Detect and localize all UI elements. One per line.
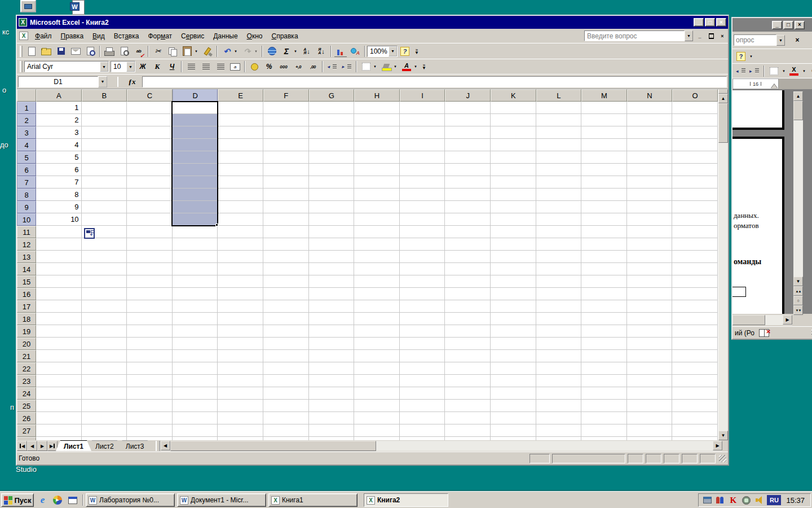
desktop-quicklaunch-icon[interactable] xyxy=(66,494,79,506)
cell-B15[interactable] xyxy=(82,275,127,288)
column-header-D[interactable]: D xyxy=(173,89,218,102)
cell-B16[interactable] xyxy=(82,288,127,300)
scroll-down-icon[interactable]: ▼ xyxy=(718,431,728,440)
task-button-Книга2[interactable]: XКнига2 xyxy=(364,493,448,507)
cell-F2[interactable] xyxy=(263,114,309,126)
row-header-25[interactable]: 25 xyxy=(17,400,36,412)
cell-B9[interactable] xyxy=(82,201,127,213)
cell-C11[interactable] xyxy=(127,226,173,238)
cell-G14[interactable] xyxy=(309,263,355,275)
cell-F18[interactable] xyxy=(263,313,309,325)
insert-function-icon[interactable]: ƒx xyxy=(125,77,139,86)
cell-D27[interactable] xyxy=(173,424,218,437)
cell-L7[interactable] xyxy=(536,176,582,189)
cell-H26[interactable] xyxy=(354,412,400,424)
cell-J18[interactable] xyxy=(445,313,491,325)
cell-E22[interactable] xyxy=(218,362,263,375)
cell-I3[interactable] xyxy=(400,126,445,139)
cell-F24[interactable] xyxy=(263,387,309,400)
cell-G19[interactable] xyxy=(309,325,355,338)
cell-E21[interactable] xyxy=(218,350,263,362)
cell-D23[interactable] xyxy=(173,375,218,387)
paste-button[interactable]: ▼ xyxy=(180,45,200,58)
cell-H28[interactable] xyxy=(354,437,400,440)
cell-D14[interactable] xyxy=(173,263,218,275)
cell-L17[interactable] xyxy=(536,300,582,313)
row-header-10[interactable]: 10 xyxy=(17,213,36,226)
spelling-button[interactable]: ab xyxy=(131,45,146,58)
cell-I28[interactable] xyxy=(400,437,445,440)
cell-N21[interactable] xyxy=(627,350,673,362)
cell-G3[interactable] xyxy=(309,126,355,139)
cell-F7[interactable] xyxy=(263,176,309,189)
cell-O7[interactable] xyxy=(672,176,718,189)
row-header-12[interactable]: 12 xyxy=(17,238,36,251)
cell-H2[interactable] xyxy=(354,114,400,126)
cell-J23[interactable] xyxy=(445,375,491,387)
cell-L22[interactable] xyxy=(536,362,582,375)
cell-K15[interactable] xyxy=(491,275,536,288)
cell-J2[interactable] xyxy=(445,114,491,126)
cell-D10[interactable] xyxy=(173,213,218,226)
cell-J5[interactable] xyxy=(445,151,491,164)
cell-G20[interactable] xyxy=(309,338,355,350)
cell-E18[interactable] xyxy=(218,313,263,325)
row-header-21[interactable]: 21 xyxy=(17,350,36,362)
cell-G7[interactable] xyxy=(309,176,355,189)
minimize-workbook-button[interactable]: _ xyxy=(695,32,704,40)
cell-O14[interactable] xyxy=(672,263,718,275)
cell-H8[interactable] xyxy=(354,189,400,201)
cell-A22[interactable] xyxy=(36,362,82,375)
cell-B27[interactable] xyxy=(82,424,127,437)
cell-O20[interactable] xyxy=(672,338,718,350)
cell-E3[interactable] xyxy=(218,126,263,139)
cell-A23[interactable] xyxy=(36,375,82,387)
cell-J14[interactable] xyxy=(445,263,491,275)
row-header-24[interactable]: 24 xyxy=(17,387,36,400)
column-header-M[interactable]: M xyxy=(581,89,627,102)
cell-K26[interactable] xyxy=(491,412,536,424)
cell-H19[interactable] xyxy=(354,325,400,338)
cell-N9[interactable] xyxy=(627,201,673,213)
cell-M6[interactable] xyxy=(581,164,627,176)
cell-D3[interactable] xyxy=(173,126,218,139)
cell-G26[interactable] xyxy=(309,412,355,424)
sheet-tab-Лист1[interactable]: Лист1 xyxy=(56,440,91,451)
cell-J7[interactable] xyxy=(445,176,491,189)
first-sheet-button[interactable]: ◀ xyxy=(17,441,27,451)
cell-N4[interactable] xyxy=(627,139,673,151)
cell-E17[interactable] xyxy=(218,300,263,313)
cell-F19[interactable] xyxy=(263,325,309,338)
cell-H5[interactable] xyxy=(354,151,400,164)
cell-C19[interactable] xyxy=(127,325,173,338)
cell-M5[interactable] xyxy=(581,151,627,164)
cell-I17[interactable] xyxy=(400,300,445,313)
cell-B25[interactable] xyxy=(82,400,127,412)
cell-L8[interactable] xyxy=(536,189,582,201)
mail-button[interactable] xyxy=(68,45,83,58)
cell-I24[interactable] xyxy=(400,387,445,400)
cell-B21[interactable] xyxy=(82,350,127,362)
cell-H25[interactable] xyxy=(354,400,400,412)
cell-N1[interactable] xyxy=(627,102,673,114)
column-header-C[interactable]: C xyxy=(127,89,173,102)
cell-K22[interactable] xyxy=(491,362,536,375)
cell-G11[interactable] xyxy=(309,226,355,238)
scrollbar-thumb[interactable] xyxy=(170,441,376,451)
sheet-tab-Лист2[interactable]: Лист2 xyxy=(87,440,122,451)
cell-N17[interactable] xyxy=(627,300,673,313)
redo-dropdown[interactable]: ▼ xyxy=(253,50,259,53)
borders-dropdown[interactable]: ▼ xyxy=(781,69,787,73)
borders-icon[interactable] xyxy=(767,65,780,77)
cell-N20[interactable] xyxy=(627,338,673,350)
cell-G5[interactable] xyxy=(309,151,355,164)
cell-L3[interactable] xyxy=(536,126,582,139)
row-header-8[interactable]: 8 xyxy=(17,189,36,201)
cell-A24[interactable] xyxy=(36,387,82,400)
cell-K13[interactable] xyxy=(491,251,536,263)
font-color-dropdown[interactable]: ▼ xyxy=(413,65,418,68)
cell-O13[interactable] xyxy=(672,251,718,263)
decrease-indent-icon[interactable] xyxy=(735,65,747,77)
cell-I7[interactable] xyxy=(400,176,445,189)
column-header-A[interactable]: A xyxy=(36,89,82,102)
